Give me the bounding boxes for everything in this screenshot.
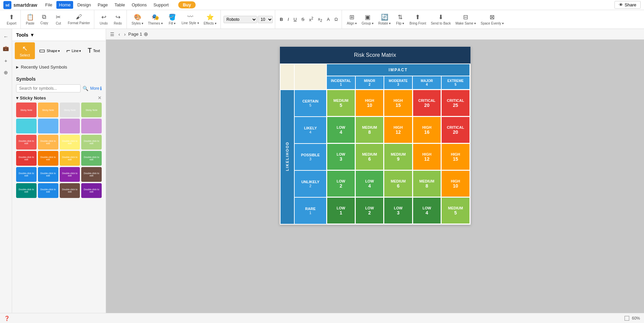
help-button[interactable]: ❓: [4, 316, 10, 321]
sticky-note-item[interactable]: Double-click to edit: [81, 151, 102, 166]
risk-cell[interactable]: MEDIUM6: [384, 170, 412, 197]
sticky-note-item[interactable]: Sticky Note: [38, 103, 58, 117]
make-same-button[interactable]: ⊟ Make Same ▾: [453, 12, 478, 27]
subscript-button[interactable]: x2: [316, 16, 324, 23]
sticky-note-item[interactable]: Double-click to edit: [81, 183, 102, 198]
nav-table[interactable]: Table: [112, 1, 128, 9]
prev-page-button[interactable]: ‹: [117, 31, 121, 38]
line-tool[interactable]: ⌐ Line ▾: [64, 42, 84, 59]
sticky-note-item[interactable]: [81, 119, 102, 133]
cut-button[interactable]: ✂ Cut: [52, 12, 65, 27]
export-button[interactable]: ⬆ Export: [5, 12, 18, 27]
tools-dropdown-icon[interactable]: ▾: [31, 32, 34, 38]
risk-cell[interactable]: MEDIUM8: [412, 170, 441, 197]
format-painter-button[interactable]: 🖌 Format Painter: [66, 12, 92, 27]
risk-cell[interactable]: CRITICAL25: [441, 90, 470, 117]
fill-button[interactable]: 🪣 Fill ▾: [165, 12, 179, 27]
risk-cell[interactable]: LOW4: [327, 117, 355, 144]
risk-cell[interactable]: HIGH10: [355, 90, 384, 117]
nav-page[interactable]: Page: [95, 1, 110, 9]
select-tool[interactable]: ↖ Select: [15, 42, 35, 59]
risk-cell[interactable]: LOW4: [355, 170, 384, 197]
nav-design[interactable]: Design: [75, 1, 93, 9]
redo-button[interactable]: ↪ Redo: [111, 12, 125, 27]
bring-front-button[interactable]: ⬆ Bring Front: [407, 12, 428, 27]
risk-cell[interactable]: MEDIUM8: [355, 117, 384, 144]
flip-button[interactable]: ⇅ Flip ▾: [393, 12, 407, 27]
sticky-note-item[interactable]: Double-click to edit: [81, 167, 102, 182]
risk-cell[interactable]: MEDIUM5: [441, 197, 470, 224]
paste-button[interactable]: 📋 Paste: [23, 12, 37, 27]
styles-button[interactable]: 🎨 Styles ▾: [130, 12, 145, 27]
risk-cell[interactable]: CRITICAL20: [441, 117, 470, 144]
more-symbols-link[interactable]: More ℹ: [90, 86, 102, 91]
line-style-button[interactable]: 〰 Line Style ▾: [180, 12, 201, 27]
themes-button[interactable]: 🎭 Themes ▾: [146, 12, 165, 27]
sticky-note-item[interactable]: Double-click to edit: [60, 135, 80, 150]
bold-button[interactable]: B: [278, 16, 285, 23]
font-size-select[interactable]: 10: [258, 16, 273, 23]
symbol-search-button[interactable]: 🔍: [83, 86, 88, 91]
italic-button[interactable]: I: [286, 16, 291, 23]
sticky-note-item[interactable]: Double-click to edit: [81, 135, 102, 150]
back-icon[interactable]: ←: [1, 32, 11, 41]
sticky-note-item[interactable]: Double-click to edit: [16, 167, 37, 182]
sticky-note-item[interactable]: Double-click to edit: [38, 183, 58, 198]
nav-home[interactable]: Home: [56, 1, 73, 9]
sticky-note-item[interactable]: Double-click to edit: [60, 167, 80, 182]
risk-cell[interactable]: LOW2: [327, 170, 355, 197]
risk-cell[interactable]: LOW2: [355, 197, 384, 224]
list-pages-button[interactable]: ☰: [109, 31, 116, 38]
underline-button[interactable]: U: [292, 16, 299, 23]
risk-cell[interactable]: HIGH10: [441, 170, 470, 197]
special-char-button[interactable]: Ω: [333, 16, 340, 23]
buy-button[interactable]: Buy: [178, 1, 196, 8]
risk-cell[interactable]: LOW3: [327, 144, 355, 170]
font-family-select[interactable]: Roboto: [224, 16, 257, 23]
risk-cell[interactable]: MEDIUM6: [355, 144, 384, 170]
risk-cell[interactable]: HIGH15: [441, 144, 470, 170]
risk-cell[interactable]: HIGH15: [384, 90, 412, 117]
sticky-note-item[interactable]: Double-click to edit: [60, 151, 80, 166]
risk-cell[interactable]: LOW1: [327, 197, 355, 224]
undo-button[interactable]: ↩ Undo: [97, 12, 110, 27]
risk-cell[interactable]: HIGH12: [384, 117, 412, 144]
briefcase-icon[interactable]: 💼: [1, 44, 11, 53]
sticky-note-item[interactable]: [16, 119, 37, 133]
group-button[interactable]: ▣ Group ▾: [359, 12, 376, 27]
risk-cell[interactable]: MEDIUM9: [384, 144, 412, 170]
sticky-note-item[interactable]: Double-click to edit: [38, 167, 58, 182]
canvas[interactable]: Risk Score Matrix IMPACT INCIDENTAL1MINO…: [106, 40, 644, 323]
nav-file[interactable]: File: [43, 1, 55, 9]
send-back-button[interactable]: ⬇ Send to Back: [429, 12, 453, 27]
nav-support[interactable]: Support: [151, 1, 171, 9]
risk-cell[interactable]: LOW4: [412, 197, 441, 224]
risk-cell[interactable]: LOW3: [384, 197, 412, 224]
strikethrough-button[interactable]: S: [299, 16, 306, 23]
sticky-note-item[interactable]: Sticky Note: [81, 103, 102, 117]
recently-used-header[interactable]: ▶ Recently Used Symbols: [16, 63, 102, 71]
risk-cell[interactable]: HIGH12: [412, 144, 441, 170]
highlight-button[interactable]: A: [325, 16, 332, 23]
shape-tool[interactable]: ▭ Shape ▾: [36, 42, 62, 59]
layers-icon[interactable]: ⊕: [1, 68, 11, 77]
align-button[interactable]: ⊞ Align ▾: [345, 12, 359, 27]
risk-cell[interactable]: MEDIUM5: [327, 90, 355, 117]
sticky-note-item[interactable]: Sticky Note: [16, 103, 37, 117]
add-page-button[interactable]: ⊕: [144, 31, 148, 37]
sticky-note-item[interactable]: Double-click to edit: [38, 135, 58, 150]
superscript-button[interactable]: x2: [307, 15, 315, 23]
risk-cell[interactable]: CRITICAL20: [412, 90, 441, 117]
next-page-button[interactable]: ›: [123, 31, 127, 38]
sticky-note-item[interactable]: [60, 119, 80, 133]
sticky-notes-close-button[interactable]: ✕: [98, 95, 102, 100]
sticky-note-item[interactable]: Sticky Note: [60, 103, 80, 117]
sticky-note-item[interactable]: Double-click to edit: [16, 135, 37, 150]
copy-button[interactable]: ⧉ Copy: [38, 12, 51, 27]
risk-cell[interactable]: HIGH16: [412, 117, 441, 144]
space-evenly-button[interactable]: ⊠ Space Evenly ▾: [479, 12, 506, 27]
effects-button[interactable]: ⭐ Effects ▾: [202, 12, 218, 27]
sticky-note-item[interactable]: Double-click to edit: [16, 151, 37, 166]
symbol-search-input[interactable]: [16, 84, 81, 92]
nav-options[interactable]: Options: [129, 1, 149, 9]
